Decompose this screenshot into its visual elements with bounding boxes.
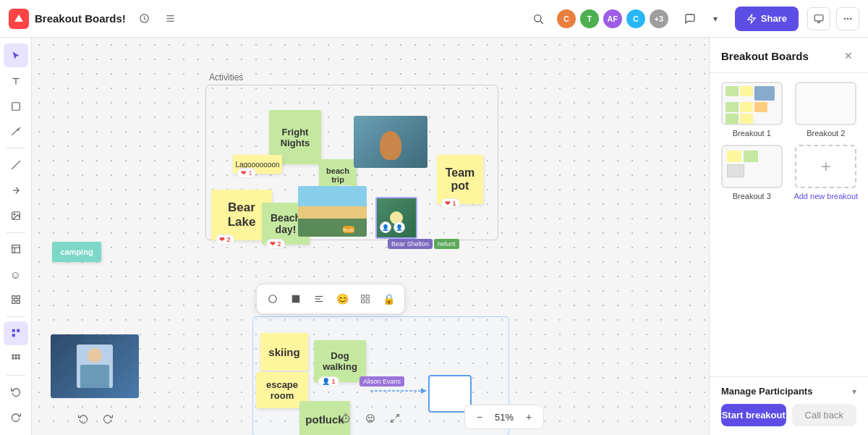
sticky-camping[interactable]: camping — [52, 242, 101, 262]
pen-tool[interactable] — [4, 119, 28, 143]
sticky-dog-walking[interactable]: Dog walking 👤 1 — [314, 340, 366, 382]
zoom-in-button[interactable]: + — [520, 408, 537, 426]
user-badge-foutz: foutz — [343, 226, 354, 233]
canvas-tool-fill[interactable] — [286, 289, 306, 309]
face-button[interactable] — [359, 407, 381, 429]
undo-button[interactable] — [72, 407, 94, 429]
svg-marker-6 — [748, 14, 756, 23]
svg-rect-27 — [17, 300, 20, 303]
like-badge-dog-walking: 👤 1 — [318, 376, 339, 387]
add-breakout-card[interactable]: + Add new breakout — [793, 145, 860, 200]
breakout-thumb-2 — [795, 82, 856, 125]
svg-point-4 — [535, 14, 541, 21]
svg-line-17 — [12, 161, 20, 169]
redo-tool[interactable] — [4, 405, 28, 429]
zoom-control: − 51% + — [464, 405, 544, 429]
svg-point-30 — [17, 355, 19, 356]
arrow-connector — [370, 384, 428, 398]
breakout-label-2: Breakout 2 — [807, 129, 845, 138]
left-toolbar: ☺ — [0, 38, 32, 435]
avatar-group: C T AF C +3 — [556, 8, 670, 30]
like-badge-beach-day: ❤ 2 — [266, 239, 285, 249]
photo-bottom-left — [51, 334, 139, 398]
svg-rect-42 — [366, 295, 369, 298]
avatar-more[interactable]: +3 — [648, 8, 670, 30]
svg-line-5 — [540, 21, 543, 24]
svg-rect-25 — [17, 296, 20, 299]
svg-line-50 — [396, 415, 399, 418]
template-tool[interactable] — [4, 288, 28, 312]
fit-button[interactable] — [384, 407, 406, 429]
manage-participants-header: Manage Participants ▾ — [721, 386, 856, 397]
timer-button[interactable] — [335, 407, 357, 429]
undo-tool[interactable] — [4, 380, 28, 404]
svg-rect-37 — [292, 295, 300, 303]
present-button[interactable] — [807, 7, 830, 30]
share-button[interactable]: Share — [735, 7, 799, 31]
breakout-tool[interactable] — [4, 321, 28, 345]
manage-participants-section: Manage Participants ▾ Start breakout Cal… — [710, 376, 868, 435]
more-options-button[interactable] — [836, 7, 859, 30]
svg-point-10 — [844, 17, 846, 19]
canvas-tool-text-align[interactable] — [309, 289, 329, 309]
breakout-actions: Start breakout Call back — [721, 404, 856, 426]
topbar: Breakout Boards! C T AF C +3 ▾ Share — [0, 0, 868, 38]
canvas-tool-lock[interactable]: 🔒 — [378, 289, 399, 309]
breakout-card-2[interactable]: Breakout 2 — [793, 82, 860, 138]
avatar-dropdown-button[interactable]: ▾ — [707, 7, 723, 30]
start-breakout-button[interactable]: Start breakout — [721, 404, 786, 426]
image-tool[interactable] — [4, 203, 28, 227]
svg-point-32 — [14, 358, 16, 359]
svg-point-12 — [850, 17, 851, 19]
menu-icon-btn[interactable] — [161, 9, 181, 29]
svg-point-49 — [371, 417, 372, 418]
sticky-skiing[interactable]: skiing — [260, 333, 308, 371]
shape-tool[interactable] — [4, 94, 28, 118]
breakout-card-3[interactable]: Breakout 3 — [718, 145, 786, 200]
apps-tool[interactable] — [4, 347, 28, 371]
history-icon-btn[interactable] — [135, 9, 155, 29]
svg-line-16 — [12, 127, 20, 135]
svg-rect-7 — [814, 14, 823, 20]
svg-point-48 — [369, 417, 370, 418]
arrow-tool[interactable] — [4, 178, 28, 202]
breakout-thumb-3 — [721, 145, 783, 188]
panel-header: Breakout Boards ✕ — [710, 38, 868, 73]
text-tool[interactable] — [4, 69, 28, 93]
panel-close-button[interactable]: ✕ — [841, 48, 856, 64]
sticky-lagooooooon[interactable]: Lagooooooon ❤ 1 — [233, 155, 282, 174]
like-badge-team-pot: ❤ 1 — [441, 198, 460, 208]
line-tool[interactable] — [4, 153, 28, 177]
select-tool[interactable] — [4, 43, 28, 67]
avatar-c: C — [556, 8, 577, 30]
search-button[interactable] — [527, 7, 550, 30]
svg-rect-43 — [362, 300, 365, 303]
emoji-tool[interactable]: ☺ — [4, 263, 28, 287]
comments-button[interactable] — [678, 7, 702, 30]
svg-rect-24 — [12, 296, 14, 299]
breakout-card-1[interactable]: Breakout 1 — [718, 82, 786, 138]
sticky-tool[interactable] — [4, 237, 28, 261]
svg-point-36 — [269, 295, 277, 303]
canvas-tool-grid[interactable] — [355, 289, 375, 309]
redo-button[interactable] — [97, 407, 119, 429]
add-breakout-label: Add new breakout — [793, 192, 858, 200]
manage-arrow-icon: ▾ — [852, 387, 856, 397]
user-badge-2: 👤 — [393, 221, 405, 233]
zoom-out-button[interactable]: − — [471, 408, 488, 426]
add-breakout-thumb: + — [795, 145, 856, 188]
like-badge-bear-lake: ❤ 2 — [216, 235, 234, 245]
canvas-tool-emoji[interactable]: 😊 — [332, 289, 352, 309]
manage-participants-title: Manage Participants — [721, 386, 812, 397]
avatar-c2: C — [625, 8, 647, 30]
svg-marker-35 — [421, 388, 427, 394]
photo-1 — [354, 116, 427, 168]
call-back-button[interactable]: Call back — [792, 404, 857, 426]
canvas-tool-circle[interactable] — [263, 289, 283, 309]
sticky-team-pot[interactable]: Team pot ❤ 1 — [437, 155, 483, 204]
user-badge-1: 👤 — [380, 221, 391, 233]
app-logo — [9, 9, 29, 29]
user-label-nelunt: nelunt — [434, 239, 459, 249]
canvas-area[interactable]: Activities Fright Nights Lagooooooon ❤ 1… — [32, 38, 709, 435]
view-tools — [335, 407, 406, 429]
